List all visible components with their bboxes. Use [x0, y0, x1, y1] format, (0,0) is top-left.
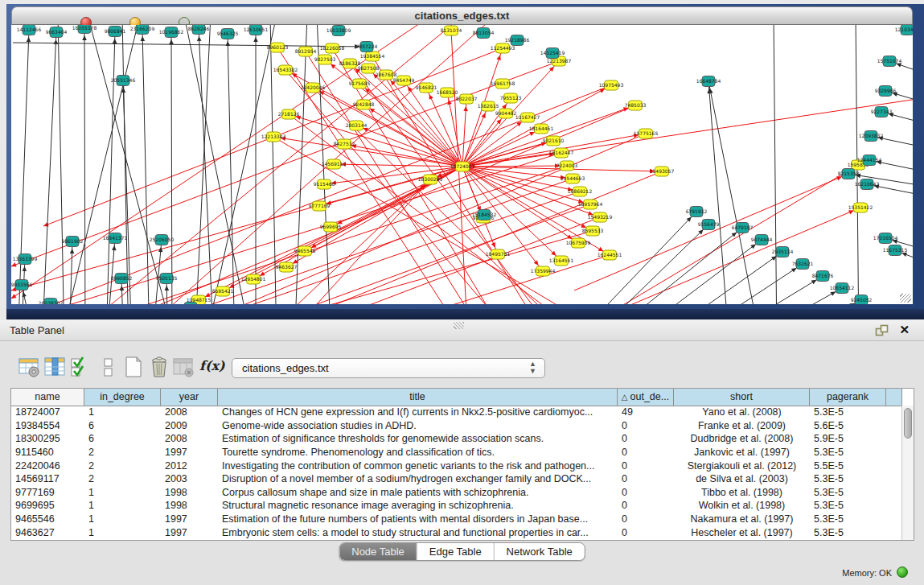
table-cell[interactable]: 5.6E-5	[810, 420, 886, 431]
table-row[interactable]: 1872400712008Changes of HCN gene express…	[11, 406, 901, 419]
table-cell[interactable]: Jankovic et al. (1997)	[674, 447, 810, 458]
graph-node[interactable]: 19384554	[360, 51, 385, 61]
graph-node[interactable]: 12103454	[895, 25, 913, 35]
table-cell[interactable]: 1997	[161, 447, 218, 458]
graph-edge[interactable]	[319, 167, 462, 206]
graph-node[interactable]: 10654112	[830, 283, 855, 294]
table-cell[interactable]: 2003	[161, 473, 218, 484]
table-row[interactable]: 2242004622012Investigating the contribut…	[11, 459, 901, 472]
table-cell[interactable]: 1998	[161, 500, 218, 511]
graph-node[interactable]: 6791912	[686, 207, 708, 217]
function-builder-icon[interactable]: f(x)	[199, 358, 222, 381]
table-row[interactable]: 977716911998Corpus callosum shape and si…	[11, 486, 901, 500]
graph-edge[interactable]	[42, 32, 58, 304]
window-resize-grip[interactable]	[900, 294, 911, 303]
network-window-titlebar[interactable]: citations_edges.txt	[11, 6, 913, 25]
graph-node[interactable]: 9321610	[543, 136, 565, 146]
graph-node[interactable]: 8990852	[111, 274, 133, 284]
graph-edge[interactable]	[141, 29, 150, 304]
graph-edge[interactable]	[677, 288, 842, 304]
table-cell[interactable]: 1	[84, 500, 161, 511]
graph-edge[interactable]	[574, 228, 742, 304]
column-header-pagerank[interactable]: pagerank	[810, 389, 886, 406]
table-row[interactable]: 1456911722003Disruption of a novel membe…	[11, 472, 901, 486]
table-cell[interactable]: Corpus callosum shape and size in male p…	[218, 487, 618, 498]
table-cell[interactable]: 5.3E-5	[810, 513, 886, 525]
vertical-scrollbar[interactable]	[901, 406, 914, 540]
table-cell[interactable]: 5.3E-5	[810, 473, 886, 484]
table-cell[interactable]: 2	[84, 460, 161, 472]
table-cell[interactable]: 2008	[161, 433, 218, 444]
graph-node[interactable]: 9861902	[62, 237, 84, 247]
table-cell[interactable]: Franke et al. (2009)	[674, 420, 810, 431]
graph-node[interactable]: 18300295	[418, 175, 443, 184]
table-select-dropdown[interactable]: citations_edges.txt ▲▼	[232, 358, 545, 378]
graph-edge[interactable]	[368, 68, 462, 167]
table-cell[interactable]: 1	[84, 487, 161, 498]
split-pane-grip[interactable]	[454, 322, 464, 329]
graph-node[interactable]: 14112466	[17, 25, 42, 35]
graph-node[interactable]: 9465546	[294, 246, 316, 256]
graph-edge[interactable]	[152, 240, 162, 304]
table-cell[interactable]: 2008	[161, 406, 218, 418]
table-cell[interactable]: 9777169	[11, 487, 84, 498]
graph-edge[interactable]	[574, 174, 848, 290]
graph-node[interactable]: 16055378	[72, 25, 97, 34]
table-cell[interactable]: 14569117	[11, 473, 84, 484]
graph-node[interactable]: 9663404	[46, 27, 68, 38]
graph-node[interactable]: 25206050	[150, 235, 175, 245]
graph-node[interactable]: 7955123	[500, 93, 522, 103]
graph-edge[interactable]	[226, 34, 235, 304]
table-cell[interactable]: 5.3E-5	[810, 500, 886, 511]
table-row[interactable]: 911546021997Tourette syndrome. Phenomeno…	[11, 446, 901, 459]
table-cell[interactable]: 5.3E-5	[810, 447, 886, 458]
graph-node[interactable]: 26038302	[39, 299, 64, 305]
citation-network-graph[interactable]: 1872400718300295896012389129541822605898…	[11, 25, 913, 304]
graph-node[interactable]: 9146821	[416, 83, 437, 93]
graph-node[interactable]: 16033809	[326, 26, 351, 36]
table-cell[interactable]: de Silva et al. (2003)	[674, 473, 810, 484]
tab-edge-table[interactable]: Edge Table	[417, 543, 494, 560]
table-cell[interactable]: 1997	[161, 527, 218, 538]
table-cell[interactable]: 2	[84, 447, 161, 458]
graph-edge[interactable]	[462, 106, 488, 167]
graph-node[interactable]: 10196862	[159, 27, 184, 38]
table-cell[interactable]: 5.9E-5	[810, 433, 886, 444]
graph-edge[interactable]	[771, 25, 777, 304]
graph-node[interactable]: 9245052	[851, 295, 873, 305]
scrollbar-thumb[interactable]	[904, 408, 912, 439]
table-cell[interactable]: 18300295	[11, 433, 84, 444]
graph-node[interactable]: 12093832	[859, 131, 884, 142]
table-row[interactable]: 946554611997Estimation of the future num…	[11, 513, 901, 526]
tab-network-table[interactable]: Network Table	[494, 543, 585, 560]
table-cell[interactable]: 0	[618, 527, 674, 538]
graph-node[interactable]: 16210643	[855, 179, 880, 190]
table-cell[interactable]: 0	[618, 460, 674, 472]
table-cell[interactable]: Disruption of a novel member of a sodium…	[218, 473, 618, 484]
graph-edge[interactable]	[494, 208, 860, 304]
table-row[interactable]: 1938455462009Genome-wide association stu…	[11, 419, 901, 433]
graph-node[interactable]: 12954801	[241, 274, 266, 284]
table-cell[interactable]: 2009	[161, 420, 218, 431]
graph-node[interactable]: 8471676	[812, 271, 834, 282]
graph-node[interactable]: 13363399	[13, 254, 38, 265]
graph-edge[interactable]	[55, 25, 64, 304]
table-cell[interactable]: 9463627	[11, 527, 84, 538]
graph-node[interactable]: 18226058	[320, 43, 345, 53]
graph-node[interactable]: 23166209	[130, 25, 155, 35]
graph-node[interactable]: 20551346	[111, 76, 136, 86]
graph-node[interactable]: 7857224	[356, 42, 378, 52]
graph-edge[interactable]	[223, 167, 462, 291]
graph-edge[interactable]	[124, 231, 593, 304]
table-cell[interactable]: 0	[618, 433, 674, 444]
table-cell[interactable]: 1997	[161, 513, 218, 525]
table-cell[interactable]: 1998	[161, 487, 218, 498]
show-columns-icon[interactable]	[43, 356, 66, 378]
graph-edge[interactable]	[108, 25, 494, 304]
graph-edge[interactable]	[196, 217, 600, 304]
graph-node[interactable]: 13164551	[549, 256, 574, 266]
graph-edge[interactable]	[462, 167, 590, 204]
graph-edge[interactable]	[656, 276, 823, 304]
graph-edge[interactable]	[635, 264, 803, 304]
graph-node[interactable]: 16648784	[696, 76, 721, 87]
